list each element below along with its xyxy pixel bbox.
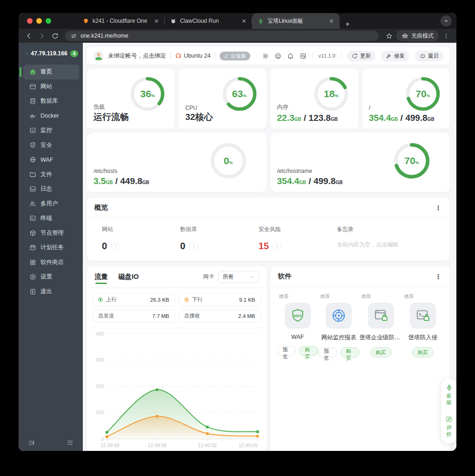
tab-disk-io[interactable]: 磁盘IO [118, 267, 139, 287]
avatar[interactable] [94, 51, 104, 61]
maximize-window-button[interactable] [46, 18, 51, 24]
tab-close-icon[interactable]: ✕ [328, 17, 335, 25]
waf-app-icon[interactable]: WAF [285, 303, 311, 329]
database-icon [29, 98, 36, 105]
sidebar-item-home[interactable]: 首页 [23, 65, 79, 79]
sidebar-item-settings[interactable]: 设置 [23, 270, 79, 284]
buy-button[interactable]: 购买 [341, 347, 360, 357]
tamper-proof-app-icon[interactable] [368, 303, 394, 329]
memory-label: 内存 [277, 103, 288, 111]
browser-menu-button[interactable] [441, 30, 452, 41]
window-controls[interactable] [19, 18, 58, 24]
tab-cloudflare[interactable]: k241 - Cloudflare One ✕ [77, 13, 165, 29]
intrusion-prevention-app-icon[interactable] [410, 303, 436, 329]
svg-text:12:39:58: 12:39:58 [147, 443, 167, 448]
menu-icon[interactable] [67, 439, 74, 446]
sidebar-item-label: 终端 [40, 214, 52, 222]
chevron-right-icon[interactable] [189, 242, 198, 251]
chevron-right-icon[interactable] [273, 242, 281, 251]
sidebar-item-logs[interactable]: 日志 [23, 182, 79, 197]
software-menu-button[interactable]: ⋮ [434, 276, 442, 278]
close-window-button[interactable] [27, 18, 33, 24]
tab-search-chevron-button[interactable] [441, 15, 452, 26]
collapse-sidebar-icon[interactable] [28, 439, 35, 446]
ubuntu-icon [175, 53, 181, 59]
floating-widget: 客服 评价 [441, 378, 456, 443]
cloudflare-shield-icon [83, 18, 89, 24]
repair-button[interactable]: 修复 [381, 51, 409, 61]
new-tab-button[interactable]: + [340, 20, 355, 29]
address-bar[interactable]: one.k241.me/home [65, 31, 379, 41]
sidebar-item-logout[interactable]: 退出 [23, 284, 79, 299]
sidebar-item-label: 多用户 [40, 200, 58, 208]
tab-clawcloud[interactable]: ClawCloud Run ✕ [165, 13, 252, 29]
tab-close-icon[interactable]: ✕ [241, 17, 248, 25]
sidebar-item-label: 计划任务 [40, 244, 64, 251]
cube-icon [29, 230, 36, 237]
update-button[interactable]: 更新 [347, 51, 375, 61]
monitor-icon [29, 127, 36, 134]
preview-button[interactable]: 预览 [277, 346, 296, 356]
edition-badge[interactable]: 企业版 [220, 52, 250, 60]
sidebar-item-appstore[interactable]: 软件商店 [23, 255, 79, 270]
bell-icon[interactable] [287, 53, 294, 60]
os-label: Ubuntu 24 [184, 53, 211, 59]
sidebar-item-label: Docker [40, 112, 59, 119]
reload-button[interactable] [49, 30, 60, 41]
svg-text:WAF: WAF [294, 314, 302, 318]
sidebar-item-docker[interactable]: Docker [23, 109, 79, 124]
sidebar-item-users[interactable]: 多用户 [23, 197, 79, 212]
overview-card: 概览 ⋮ 网站 0 数据库 0 安全风险 [87, 198, 450, 261]
sidebar-item-security[interactable]: 安全 [23, 138, 79, 153]
nic-value: 所有 [223, 273, 234, 281]
theme-sun-icon[interactable] [262, 53, 269, 60]
incognito-badge[interactable]: 无痕模式 [396, 30, 439, 41]
sidebar-item-database[interactable]: 数据库 [23, 94, 79, 109]
chevron-down-icon [443, 18, 449, 24]
edit-pencil-icon [446, 416, 452, 423]
nic-label: 网卡 [203, 273, 214, 281]
buy-button[interactable]: 购买 [299, 346, 318, 356]
notes-icon[interactable] [300, 53, 307, 60]
overview-menu-button[interactable]: ⋮ [434, 207, 442, 209]
monitor-report-app-icon[interactable] [326, 303, 352, 329]
sidebar-item-terminal[interactable]: 终端 [23, 211, 79, 226]
app-grid-icon [29, 259, 36, 266]
sidebar-item-website[interactable]: 网站 [23, 79, 79, 94]
tab-close-icon[interactable]: ✕ [153, 17, 160, 25]
sidebar-item-waf[interactable]: WAF [23, 152, 79, 167]
disk-hostname-label: /etc/hostname [277, 168, 312, 174]
chevron-right-icon[interactable] [111, 242, 120, 251]
support-button[interactable]: 客服 [446, 384, 453, 406]
sidebar-item-cron[interactable]: 计划任务 [23, 240, 79, 255]
overview-memo[interactable]: 备忘录 当前内容为空，点击编辑 [337, 225, 442, 251]
nic-select[interactable]: 所有 [218, 271, 259, 283]
svg-text:300: 300 [96, 357, 104, 363]
load-status: 运行流畅 [94, 111, 129, 123]
buy-button[interactable]: 购买 [370, 347, 392, 357]
tab-title: ClawCloud Run [180, 18, 237, 24]
sidebar-item-files[interactable]: 文件 [23, 167, 79, 182]
sidebar-item-nodes[interactable]: 节点管理 [23, 226, 79, 241]
svg-text:100: 100 [96, 410, 104, 415]
overview-label: 网站 [102, 225, 180, 233]
docker-icon [29, 112, 36, 119]
appearance-icon[interactable] [274, 53, 281, 60]
sidebar-item-monitor[interactable]: 监控 [23, 123, 79, 138]
buy-button[interactable]: 购买 [412, 347, 434, 357]
memo-placeholder[interactable]: 当前内容为空，点击编辑 [337, 241, 442, 249]
svg-text:400: 400 [96, 331, 104, 337]
memory-gauge: 18% [313, 75, 350, 112]
preview-button[interactable]: 预览 [318, 347, 337, 357]
bind-account-link[interactable]: 未绑定帐号，点击绑定 [108, 52, 166, 60]
software-name: 堡塔防入侵 [408, 334, 438, 342]
forward-button[interactable] [36, 30, 47, 41]
bookmark-star-icon[interactable] [383, 30, 395, 41]
restart-button[interactable]: 重启 [415, 51, 443, 61]
back-button[interactable] [23, 30, 34, 41]
tab-bt-panel[interactable]: 宝塔Linux面板 ✕ [252, 13, 340, 29]
tab-traffic[interactable]: 流量 [94, 267, 108, 287]
server-row[interactable]: 47.79.119.166 4 [19, 43, 83, 63]
review-button[interactable]: 评价 [446, 416, 452, 438]
minimize-window-button[interactable] [36, 18, 42, 24]
